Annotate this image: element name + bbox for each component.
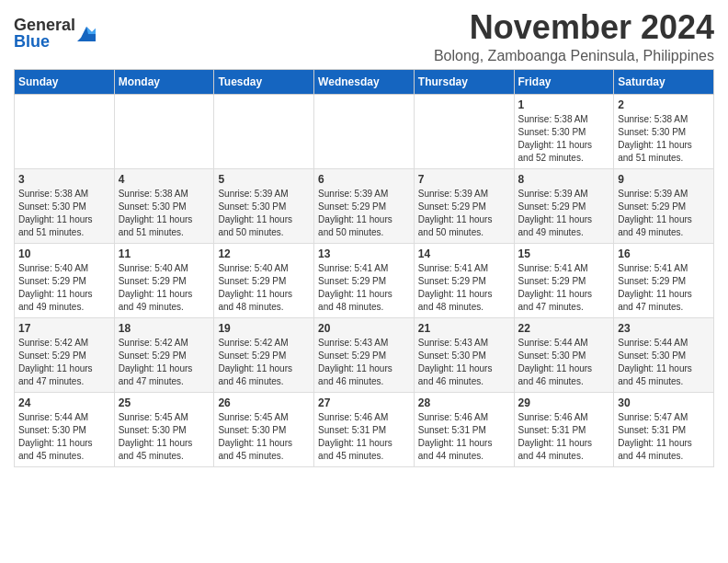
day-number: 3 [18, 173, 110, 186]
day-info: Sunrise: 5:39 AM Sunset: 5:29 PM Dayligh… [518, 188, 610, 239]
calendar-cell: 26Sunrise: 5:45 AM Sunset: 5:30 PM Dayli… [214, 392, 314, 466]
calendar-table: SundayMondayTuesdayWednesdayThursdayFrid… [14, 69, 714, 467]
day-info: Sunrise: 5:43 AM Sunset: 5:30 PM Dayligh… [418, 337, 510, 388]
day-number: 17 [18, 322, 110, 335]
calendar-cell: 9Sunrise: 5:39 AM Sunset: 5:29 PM Daylig… [614, 168, 714, 243]
month-title: November 2024 [434, 9, 714, 46]
day-number: 29 [518, 396, 610, 409]
day-info: Sunrise: 5:38 AM Sunset: 5:30 PM Dayligh… [518, 113, 610, 165]
day-number: 21 [418, 322, 510, 335]
calendar-cell [214, 94, 314, 168]
calendar-day-header: Friday [514, 69, 614, 94]
day-info: Sunrise: 5:44 AM Sunset: 5:30 PM Dayligh… [618, 337, 710, 388]
calendar-cell: 12Sunrise: 5:40 AM Sunset: 5:29 PM Dayli… [214, 243, 314, 317]
day-number: 25 [119, 396, 210, 409]
day-info: Sunrise: 5:44 AM Sunset: 5:30 PM Dayligh… [518, 337, 610, 388]
day-number: 24 [18, 396, 110, 409]
calendar-cell: 18Sunrise: 5:42 AM Sunset: 5:29 PM Dayli… [114, 317, 214, 392]
calendar-week-row: 17Sunrise: 5:42 AM Sunset: 5:29 PM Dayli… [15, 317, 714, 392]
calendar-cell: 23Sunrise: 5:44 AM Sunset: 5:30 PM Dayli… [614, 317, 714, 392]
calendar-cell: 10Sunrise: 5:40 AM Sunset: 5:29 PM Dayli… [15, 243, 115, 317]
calendar-cell: 27Sunrise: 5:46 AM Sunset: 5:31 PM Dayli… [314, 392, 415, 466]
calendar-cell: 6Sunrise: 5:39 AM Sunset: 5:29 PM Daylig… [314, 168, 415, 243]
calendar-cell: 21Sunrise: 5:43 AM Sunset: 5:30 PM Dayli… [414, 317, 514, 392]
calendar-cell: 1Sunrise: 5:38 AM Sunset: 5:30 PM Daylig… [514, 94, 614, 168]
calendar-cell: 20Sunrise: 5:43 AM Sunset: 5:29 PM Dayli… [314, 317, 415, 392]
day-info: Sunrise: 5:40 AM Sunset: 5:29 PM Dayligh… [218, 262, 310, 314]
calendar-cell: 17Sunrise: 5:42 AM Sunset: 5:29 PM Dayli… [15, 317, 115, 392]
calendar-cell: 25Sunrise: 5:45 AM Sunset: 5:30 PM Dayli… [114, 392, 214, 466]
header: General Blue November 2024 Bolong, Zambo… [14, 9, 714, 64]
calendar-cell: 15Sunrise: 5:41 AM Sunset: 5:29 PM Dayli… [514, 243, 614, 317]
day-number: 23 [618, 322, 710, 335]
calendar-cell [414, 94, 514, 168]
day-number: 26 [218, 396, 310, 409]
day-info: Sunrise: 5:39 AM Sunset: 5:29 PM Dayligh… [318, 188, 410, 239]
day-number: 6 [318, 173, 410, 186]
day-number: 15 [518, 247, 610, 260]
page-container: General Blue November 2024 Bolong, Zambo… [0, 0, 728, 481]
day-info: Sunrise: 5:46 AM Sunset: 5:31 PM Dayligh… [518, 411, 610, 463]
day-info: Sunrise: 5:45 AM Sunset: 5:30 PM Dayligh… [218, 411, 310, 463]
calendar-week-row: 24Sunrise: 5:44 AM Sunset: 5:30 PM Dayli… [15, 392, 714, 466]
calendar-day-header: Wednesday [314, 69, 415, 94]
day-info: Sunrise: 5:45 AM Sunset: 5:30 PM Dayligh… [119, 411, 210, 463]
calendar-cell [15, 94, 115, 168]
day-info: Sunrise: 5:47 AM Sunset: 5:31 PM Dayligh… [618, 411, 710, 463]
calendar-day-header: Monday [114, 69, 214, 94]
logo-icon [77, 25, 96, 41]
calendar-cell [114, 94, 214, 168]
calendar-cell: 29Sunrise: 5:46 AM Sunset: 5:31 PM Dayli… [514, 392, 614, 466]
day-info: Sunrise: 5:41 AM Sunset: 5:29 PM Dayligh… [418, 262, 510, 314]
calendar-cell [314, 94, 415, 168]
day-info: Sunrise: 5:38 AM Sunset: 5:30 PM Dayligh… [18, 188, 110, 239]
calendar-cell: 2Sunrise: 5:38 AM Sunset: 5:30 PM Daylig… [614, 94, 714, 168]
calendar-cell: 7Sunrise: 5:39 AM Sunset: 5:29 PM Daylig… [414, 168, 514, 243]
calendar-day-header: Saturday [614, 69, 714, 94]
calendar-cell: 19Sunrise: 5:42 AM Sunset: 5:29 PM Dayli… [214, 317, 314, 392]
day-info: Sunrise: 5:39 AM Sunset: 5:29 PM Dayligh… [618, 188, 710, 239]
day-number: 28 [418, 396, 510, 409]
calendar-cell: 11Sunrise: 5:40 AM Sunset: 5:29 PM Dayli… [114, 243, 214, 317]
calendar-week-row: 1Sunrise: 5:38 AM Sunset: 5:30 PM Daylig… [15, 94, 714, 168]
day-info: Sunrise: 5:41 AM Sunset: 5:29 PM Dayligh… [318, 262, 410, 314]
calendar-day-header: Tuesday [214, 69, 314, 94]
day-info: Sunrise: 5:46 AM Sunset: 5:31 PM Dayligh… [418, 411, 510, 463]
day-info: Sunrise: 5:46 AM Sunset: 5:31 PM Dayligh… [318, 411, 410, 463]
day-number: 14 [418, 247, 510, 260]
day-info: Sunrise: 5:43 AM Sunset: 5:29 PM Dayligh… [318, 337, 410, 388]
day-number: 27 [318, 396, 410, 409]
day-number: 2 [618, 98, 710, 111]
day-info: Sunrise: 5:44 AM Sunset: 5:30 PM Dayligh… [18, 411, 110, 463]
day-info: Sunrise: 5:42 AM Sunset: 5:29 PM Dayligh… [119, 337, 210, 388]
day-number: 9 [618, 173, 710, 186]
calendar-cell: 14Sunrise: 5:41 AM Sunset: 5:29 PM Dayli… [414, 243, 514, 317]
day-number: 16 [618, 247, 710, 260]
calendar-cell: 8Sunrise: 5:39 AM Sunset: 5:29 PM Daylig… [514, 168, 614, 243]
calendar-cell: 4Sunrise: 5:38 AM Sunset: 5:30 PM Daylig… [114, 168, 214, 243]
day-number: 13 [318, 247, 410, 260]
title-block: November 2024 Bolong, Zamboanga Peninsul… [434, 9, 714, 64]
day-info: Sunrise: 5:42 AM Sunset: 5:29 PM Dayligh… [18, 337, 110, 388]
logo: General Blue [14, 17, 96, 50]
calendar-week-row: 10Sunrise: 5:40 AM Sunset: 5:29 PM Dayli… [15, 243, 714, 317]
day-number: 18 [119, 322, 210, 335]
location: Bolong, Zamboanga Peninsula, Philippines [434, 48, 714, 64]
day-number: 4 [119, 173, 210, 186]
calendar-cell: 30Sunrise: 5:47 AM Sunset: 5:31 PM Dayli… [614, 392, 714, 466]
calendar-cell: 24Sunrise: 5:44 AM Sunset: 5:30 PM Dayli… [15, 392, 115, 466]
logo-general-text: General [14, 16, 75, 34]
day-number: 19 [218, 322, 310, 335]
calendar-header-row: SundayMondayTuesdayWednesdayThursdayFrid… [15, 69, 714, 94]
day-info: Sunrise: 5:38 AM Sunset: 5:30 PM Dayligh… [618, 113, 710, 165]
day-number: 20 [318, 322, 410, 335]
calendar-cell: 22Sunrise: 5:44 AM Sunset: 5:30 PM Dayli… [514, 317, 614, 392]
calendar-cell: 16Sunrise: 5:41 AM Sunset: 5:29 PM Dayli… [614, 243, 714, 317]
calendar-cell: 3Sunrise: 5:38 AM Sunset: 5:30 PM Daylig… [15, 168, 115, 243]
day-number: 12 [218, 247, 310, 260]
calendar-week-row: 3Sunrise: 5:38 AM Sunset: 5:30 PM Daylig… [15, 168, 714, 243]
day-number: 30 [618, 396, 710, 409]
calendar-cell: 13Sunrise: 5:41 AM Sunset: 5:29 PM Dayli… [314, 243, 415, 317]
logo-blue-text: Blue [14, 32, 50, 51]
day-info: Sunrise: 5:42 AM Sunset: 5:29 PM Dayligh… [218, 337, 310, 388]
